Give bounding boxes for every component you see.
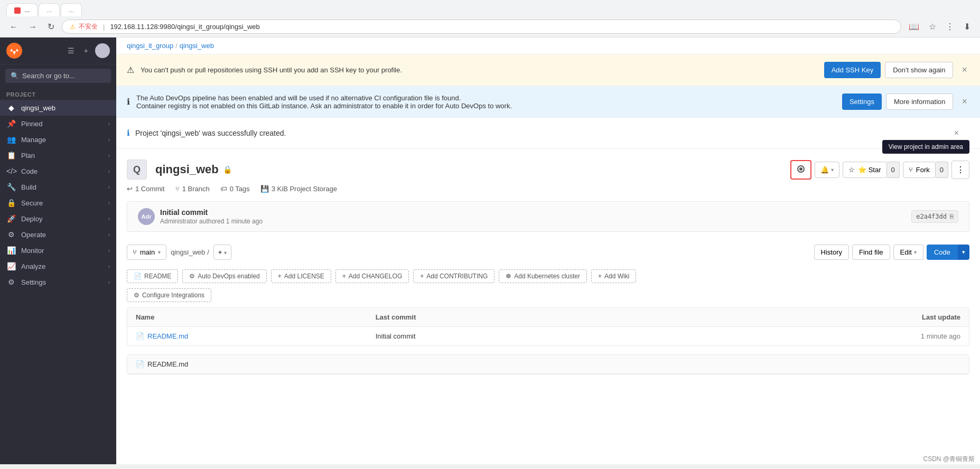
wiki-icon: + xyxy=(598,273,602,280)
secure-label: Secure xyxy=(21,199,103,207)
history-button[interactable]: History xyxy=(814,245,849,260)
watermark: CSDN @青铜青斯 xyxy=(923,455,975,464)
browser-action-buttons: 📖 ☆ ⋮ ⬇ xyxy=(906,20,974,34)
notifications-button[interactable]: 🔔 ▾ xyxy=(815,162,839,178)
sidebar-item-code[interactable]: </> Code › xyxy=(0,163,116,179)
address-bar[interactable]: ⚠ 不安全 | 192.168.11.128:9980/qingsi_it_gr… xyxy=(62,20,901,34)
forward-button[interactable]: → xyxy=(25,20,40,34)
autodevops-quick-btn[interactable]: ⚙ Auto DevOps enabled xyxy=(182,269,266,283)
search-icon: 🔍 xyxy=(11,72,19,80)
file-commit-message: Initial commit xyxy=(376,332,855,340)
readme-icon: 📄 xyxy=(134,273,142,280)
sidebar-item-pinned[interactable]: 📌 Pinned › xyxy=(0,116,116,132)
edit-button[interactable]: Edit ▾ xyxy=(893,245,923,260)
browser-tab-active[interactable]: ... xyxy=(6,3,38,16)
bookmark-button[interactable]: ☆ xyxy=(926,20,939,34)
commits-stat[interactable]: ↩ 1 Commit xyxy=(127,185,165,193)
browser-menu-button[interactable]: ⋮ xyxy=(942,20,957,34)
browser-tab-2[interactable]: ... xyxy=(39,3,60,16)
chevron-right-icon-6: › xyxy=(108,200,110,206)
add-chevron-icon: ▾ xyxy=(224,250,227,256)
ssh-alert-close-button[interactable]: × xyxy=(959,64,969,76)
settings-button[interactable]: Settings xyxy=(842,93,882,110)
kubernetes-icon: ☸ xyxy=(506,273,511,280)
browser-tab-3[interactable]: ... xyxy=(61,3,82,16)
breadcrumb-group-link[interactable]: qingsi_it_group xyxy=(127,42,173,50)
branches-stat[interactable]: ⑂ 1 Branch xyxy=(175,185,210,193)
sidebar-item-deploy[interactable]: 🚀 Deploy › xyxy=(0,211,116,227)
fork-label: Fork xyxy=(916,166,930,174)
new-item-button[interactable]: + xyxy=(81,43,91,58)
sidebar-item-build[interactable]: 🔧 Build › xyxy=(0,179,116,195)
branches-label: 1 Branch xyxy=(182,185,210,193)
back-button[interactable]: ← xyxy=(6,20,21,34)
reader-mode-button[interactable]: 📖 xyxy=(906,20,922,34)
dont-show-again-button[interactable]: Don't show again xyxy=(885,62,953,78)
sidebar-item-monitor[interactable]: 📊 Monitor › xyxy=(0,242,116,258)
code-dropdown-button[interactable]: ▾ xyxy=(958,245,969,260)
ssh-alert-banner: ⚠ You can't push or pull repositories us… xyxy=(116,54,980,86)
sidebar-item-manage[interactable]: 👥 Manage › xyxy=(0,132,116,147)
configure-integrations-btn[interactable]: ⚙ Configure Integrations xyxy=(127,288,211,302)
autodevops-line2: Container registry is not enabled on thi… xyxy=(136,102,836,110)
add-license-btn[interactable]: + Add LICENSE xyxy=(271,269,331,283)
pin-icon: 📌 xyxy=(6,119,16,128)
sidebar-item-secure[interactable]: 🔒 Secure › xyxy=(0,195,116,211)
autodevops-alert-close-button[interactable]: × xyxy=(959,96,969,107)
bell-icon: 🔔 xyxy=(820,166,829,174)
fork-button[interactable]: ⑂ Fork xyxy=(903,162,936,178)
user-avatar[interactable] xyxy=(95,43,110,58)
sidebar-item-operate[interactable]: ⚙ Operate › xyxy=(0,227,116,242)
col-commit-header: Last commit xyxy=(376,313,855,321)
autodevops-alert-text: The Auto DevOps pipeline has been enable… xyxy=(136,94,836,110)
gitlab-logo[interactable] xyxy=(6,43,22,59)
sidebar-item-project[interactable]: ◆ qingsi_web xyxy=(0,100,116,116)
add-kubernetes-btn[interactable]: ☸ Add Kubernetes cluster xyxy=(499,269,587,283)
tags-stat[interactable]: 🏷 0 Tags xyxy=(220,185,250,193)
settings-icon: ⚙ xyxy=(6,278,16,286)
ssh-warning-icon: ⚠ xyxy=(127,65,134,75)
sidebar-toggle-button[interactable]: ☰ xyxy=(65,43,77,58)
add-file-button[interactable]: + ▾ xyxy=(213,245,231,260)
commit-meta: Administrator authored 1 minute ago xyxy=(160,218,906,225)
autodevops-icon: ⚙ xyxy=(189,273,195,280)
file-name-link[interactable]: 📄 README.md xyxy=(136,332,376,340)
view-admin-button[interactable] xyxy=(790,160,811,180)
edit-label: Edit xyxy=(900,248,912,256)
add-changelog-btn[interactable]: + Add CHANGELOG xyxy=(335,269,409,283)
sidebar-search-input[interactable]: 🔍 Search or go to... xyxy=(5,69,111,83)
breadcrumb-project-link[interactable]: qingsi_web xyxy=(180,42,214,50)
fork-count: 0 xyxy=(936,162,948,178)
sidebar-item-plan[interactable]: 📋 Plan › xyxy=(0,147,116,163)
build-icon: 🔧 xyxy=(6,183,16,191)
commit-message[interactable]: Initial commit xyxy=(160,208,906,217)
sidebar-item-settings[interactable]: ⚙ Settings › xyxy=(0,274,116,290)
add-contributing-btn[interactable]: + Add CONTRIBUTING xyxy=(413,269,494,283)
file-name-text: README.md xyxy=(147,332,188,340)
add-ssh-key-button[interactable]: Add SSH Key xyxy=(824,62,881,78)
fork-icon: ⑂ xyxy=(909,166,913,174)
plan-icon: 📋 xyxy=(6,151,16,160)
readme-filename: README.md xyxy=(147,360,188,368)
add-wiki-btn[interactable]: + Add Wiki xyxy=(591,269,636,283)
branch-selector[interactable]: ⑂ main ▾ xyxy=(127,245,166,260)
download-button[interactable]: ⬇ xyxy=(960,20,974,34)
analyze-label: Analyze xyxy=(21,262,103,270)
find-file-button[interactable]: Find file xyxy=(852,245,890,260)
more-options-button[interactable]: ⋮ xyxy=(951,161,969,179)
branch-icon-2: ⑂ xyxy=(133,248,137,256)
chevron-right-icon-8: › xyxy=(108,232,110,238)
sidebar-item-analyze[interactable]: 📈 Analyze › xyxy=(0,258,116,274)
project-stats: ↩ 1 Commit ⑂ 1 Branch 🏷 0 Tags 💾 3 KiB P… xyxy=(116,185,980,201)
readme-quick-btn[interactable]: 📄 README xyxy=(127,269,178,283)
code-button[interactable]: Code xyxy=(927,245,958,260)
star-button[interactable]: ☆ ⭐ Star xyxy=(843,162,886,178)
more-information-button[interactable]: More information xyxy=(886,93,954,110)
commit-hash[interactable]: e2a4f3dd ⎘ xyxy=(911,210,958,223)
commit-author: Administrator xyxy=(160,218,198,225)
readme-section: 📄 README.md xyxy=(127,354,969,374)
tags-label: 0 Tags xyxy=(230,185,250,193)
reload-button[interactable]: ↻ xyxy=(44,20,58,34)
browser-toolbar: ← → ↻ ⚠ 不安全 | 192.168.11.128:9980/qingsi… xyxy=(0,16,980,37)
file-icon: 📄 xyxy=(136,332,144,340)
